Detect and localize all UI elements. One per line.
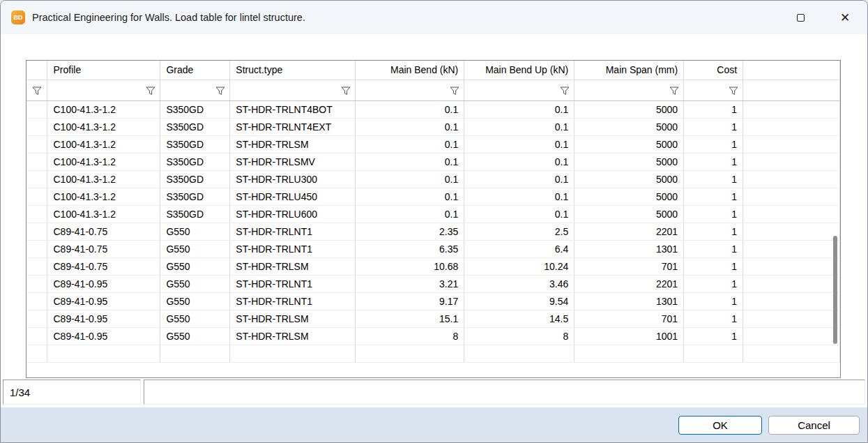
cell-grade[interactable]: G550 xyxy=(160,223,230,240)
table-row[interactable]: C89-41-0.95G550ST-HDR-TRLSM8810011 xyxy=(26,327,840,345)
cell-main-bend-up[interactable]: 9.54 xyxy=(464,292,574,310)
cell-main-bend[interactable]: 0.1 xyxy=(356,100,464,118)
cell-cost[interactable]: 1 xyxy=(684,188,743,205)
cell-cost[interactable]: 1 xyxy=(684,205,743,223)
cell-main-bend[interactable]: 6.35 xyxy=(356,240,464,257)
cell-profile[interactable]: C89-41-0.95 xyxy=(47,275,160,292)
cell-main-bend-up[interactable]: 0.1 xyxy=(464,118,574,135)
cell-profile[interactable]: C100-41.3-1.2 xyxy=(47,135,160,153)
cell-struct-type[interactable]: ST-HDR-TRLNT1 xyxy=(230,223,356,240)
column-header-main-bend-up[interactable]: Main Bend Up (kN) xyxy=(464,61,574,80)
scrollbar-thumb[interactable] xyxy=(833,236,837,344)
cell-main-bend-up[interactable]: 6.4 xyxy=(464,240,574,257)
cell-cost[interactable]: 1 xyxy=(684,292,743,310)
cell-main-bend-up[interactable]: 10.24 xyxy=(464,257,574,275)
cell-main-bend-up[interactable]: 0.1 xyxy=(464,170,574,188)
table-row[interactable]: C100-41.3-1.2S350GDST-HDR-TRLNT4EXT0.10.… xyxy=(26,118,840,135)
filter-funnel-icon[interactable] xyxy=(341,87,351,98)
table-row[interactable]: C89-41-0.95G550ST-HDR-TRLSM15.114.57011 xyxy=(26,310,840,327)
cell-cost[interactable]: 1 xyxy=(684,257,743,275)
cell-main-span[interactable]: 5000 xyxy=(574,205,684,223)
cell-struct-type[interactable]: ST-HDR-TRLSM xyxy=(230,257,356,275)
cell-profile[interactable]: C89-41-0.95 xyxy=(47,292,160,310)
cell-struct-type[interactable]: ST-HDR-TRLSM xyxy=(230,327,356,345)
cell-cost[interactable]: 1 xyxy=(684,275,743,292)
cell-grade[interactable]: G550 xyxy=(160,327,230,345)
cell-cost[interactable]: 1 xyxy=(684,135,743,153)
cell-main-bend[interactable]: 15.1 xyxy=(356,310,464,327)
cancel-button[interactable]: Cancel xyxy=(768,416,860,435)
cell-main-bend[interactable]: 8 xyxy=(356,327,464,345)
cell-main-bend-up[interactable]: 0.1 xyxy=(464,205,574,223)
cell-profile[interactable]: C89-41-0.95 xyxy=(47,310,160,327)
table-row[interactable]: C89-41-0.75G550ST-HDR-TRLNT16.356.413011 xyxy=(26,240,840,257)
table-row[interactable]: C100-41.3-1.2S350GDST-HDR-TRLU3000.10.15… xyxy=(26,170,840,188)
column-header-struct-type[interactable]: Struct.type xyxy=(230,61,356,80)
cell-profile[interactable]: C89-41-0.75 xyxy=(47,223,160,240)
cell-main-bend-up[interactable]: 14.5 xyxy=(464,310,574,327)
cell-struct-type[interactable]: ST-HDR-TRLU600 xyxy=(230,205,356,223)
cell-main-bend[interactable]: 10.68 xyxy=(356,257,464,275)
cell-main-span[interactable]: 1001 xyxy=(574,327,684,345)
cell-struct-type[interactable]: ST-HDR-TRLU450 xyxy=(230,188,356,205)
cell-main-bend[interactable]: 0.1 xyxy=(356,153,464,170)
filter-funnel-icon[interactable] xyxy=(215,87,225,98)
cell-struct-type[interactable]: ST-HDR-TRLSM xyxy=(230,135,356,153)
cell-main-span[interactable]: 5000 xyxy=(574,188,684,205)
cell-struct-type[interactable]: ST-HDR-TRLNT4EXT xyxy=(230,118,356,135)
cell-main-bend[interactable]: 2.35 xyxy=(356,223,464,240)
cell-grade[interactable]: G550 xyxy=(160,292,230,310)
cell-cost[interactable]: 1 xyxy=(684,327,743,345)
table-row[interactable]: C89-41-0.95G550ST-HDR-TRLNT13.213.462201… xyxy=(26,275,840,292)
cell-struct-type[interactable]: ST-HDR-TRLNT4BOT xyxy=(230,100,356,118)
cell-struct-type[interactable]: ST-HDR-TRLNT1 xyxy=(230,292,356,310)
cell-profile[interactable]: C100-41.3-1.2 xyxy=(47,118,160,135)
cell-main-span[interactable]: 701 xyxy=(574,257,684,275)
cell-main-span[interactable]: 5000 xyxy=(574,100,684,118)
cell-struct-type[interactable]: ST-HDR-TRLSMV xyxy=(230,153,356,170)
filter-cell-main-span[interactable] xyxy=(574,80,684,100)
filter-funnel-icon[interactable] xyxy=(729,87,738,98)
cell-profile[interactable]: C89-41-0.75 xyxy=(47,240,160,257)
filter-cell-profile[interactable] xyxy=(47,80,160,100)
filter-cell-main-bend[interactable] xyxy=(356,80,464,100)
cell-grade[interactable]: G550 xyxy=(160,310,230,327)
cell-profile[interactable]: C100-41.3-1.2 xyxy=(47,205,160,223)
table-row[interactable]: C100-41.3-1.2S350GDST-HDR-TRLU6000.10.15… xyxy=(26,205,840,223)
table-row[interactable]: C89-41-0.75G550ST-HDR-TRLSM10.6810.24701… xyxy=(26,257,840,275)
cell-main-span[interactable]: 5000 xyxy=(574,118,684,135)
cell-grade[interactable]: G550 xyxy=(160,257,230,275)
cell-main-bend[interactable]: 3.21 xyxy=(356,275,464,292)
column-header-grade[interactable]: Grade xyxy=(160,61,230,80)
cell-struct-type[interactable]: ST-HDR-TRLSM xyxy=(230,310,356,327)
cell-main-span[interactable]: 701 xyxy=(574,310,684,327)
cell-main-bend-up[interactable]: 0.1 xyxy=(464,100,574,118)
cell-grade[interactable]: S350GD xyxy=(160,100,230,118)
cell-main-span[interactable]: 5000 xyxy=(574,135,684,153)
cell-profile[interactable]: C100-41.3-1.2 xyxy=(47,188,160,205)
cell-main-span[interactable]: 2201 xyxy=(574,275,684,292)
close-button[interactable]: ✕ xyxy=(823,1,867,34)
cell-cost[interactable]: 1 xyxy=(684,240,743,257)
cell-struct-type[interactable]: ST-HDR-TRLNT1 xyxy=(230,240,356,257)
cell-grade[interactable]: S350GD xyxy=(160,135,230,153)
cell-main-bend[interactable]: 0.1 xyxy=(356,118,464,135)
cell-main-bend[interactable]: 0.1 xyxy=(356,205,464,223)
filter-funnel-icon[interactable] xyxy=(560,87,570,98)
cell-grade[interactable]: S350GD xyxy=(160,205,230,223)
cell-grade[interactable]: G550 xyxy=(160,240,230,257)
column-header-main-bend[interactable]: Main Bend (kN) xyxy=(356,61,464,80)
column-header-main-span[interactable]: Main Span (mm) xyxy=(574,61,684,80)
cell-main-bend[interactable]: 0.1 xyxy=(356,170,464,188)
cell-grade[interactable]: S350GD xyxy=(160,188,230,205)
cell-main-span[interactable]: 1301 xyxy=(574,292,684,310)
cell-grade[interactable]: S350GD xyxy=(160,118,230,135)
cell-main-bend-up[interactable]: 0.1 xyxy=(464,153,574,170)
cell-struct-type[interactable]: ST-HDR-TRLU300 xyxy=(230,170,356,188)
cell-profile[interactable]: C100-41.3-1.2 xyxy=(47,153,160,170)
table-row[interactable]: C100-41.3-1.2S350GDST-HDR-TRLSM0.10.1500… xyxy=(26,135,840,153)
cell-main-span[interactable]: 5000 xyxy=(574,170,684,188)
maximize-button[interactable] xyxy=(778,1,823,34)
filter-funnel-icon[interactable] xyxy=(669,87,679,98)
cell-cost[interactable]: 1 xyxy=(684,100,743,118)
